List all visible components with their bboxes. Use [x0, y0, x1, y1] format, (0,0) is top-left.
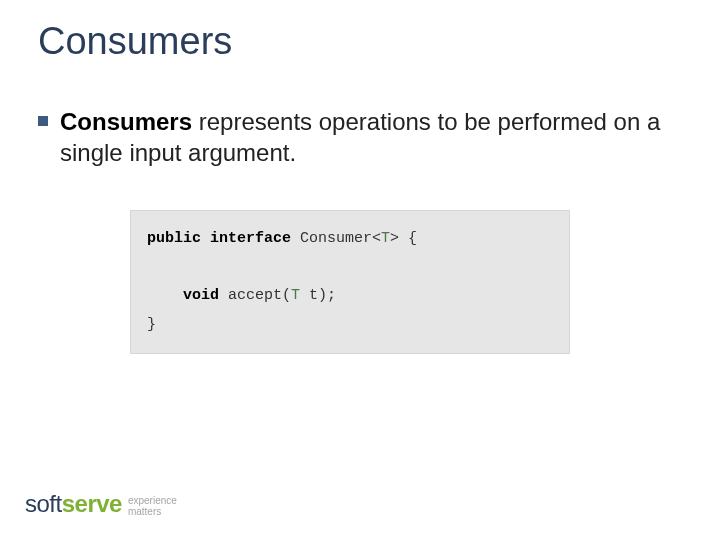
bullet-item: Consumers represents operations to be pe… [38, 106, 682, 168]
code-line-blank [147, 254, 553, 283]
code-line-3: } [147, 311, 553, 340]
bullet-bold: Consumers [60, 108, 192, 135]
code-line-1: public interface Consumer<T> { [147, 225, 553, 254]
logo-text: softserve [25, 490, 122, 518]
bullet-icon [38, 116, 48, 126]
code-line-2: void accept(T t); [147, 282, 553, 311]
slide-title: Consumers [38, 20, 232, 63]
code-block: public interface Consumer<T> { void acce… [130, 210, 570, 354]
logo-tagline: experience matters [128, 495, 177, 517]
slide-body: Consumers represents operations to be pe… [38, 106, 682, 168]
logo: softserve experience matters [25, 490, 177, 518]
slide: Consumers Consumers represents operation… [0, 0, 720, 540]
bullet-text: Consumers represents operations to be pe… [60, 106, 682, 168]
